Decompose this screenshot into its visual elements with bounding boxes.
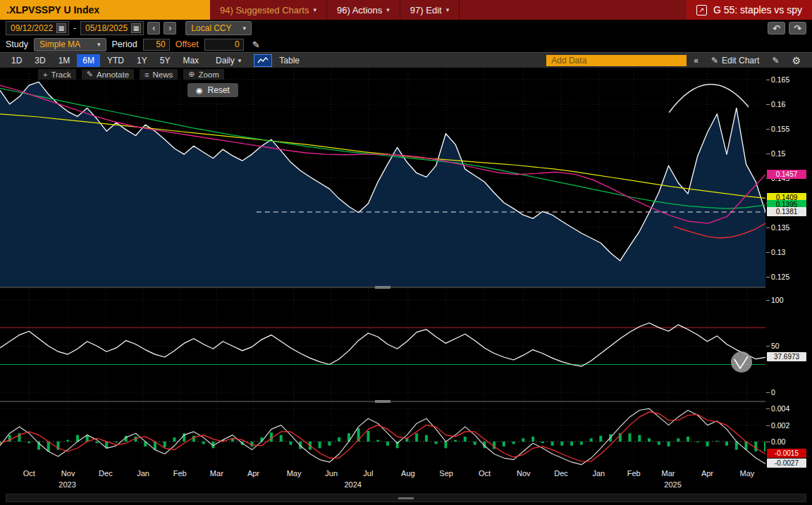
- track-button[interactable]: + Track: [38, 69, 76, 80]
- edit-chart-button[interactable]: ✎ Edit Chart: [706, 54, 765, 67]
- last-value-badge: 37.6973: [767, 352, 806, 361]
- add-data-input[interactable]: Add Data: [546, 55, 687, 66]
- panel-divider[interactable]: [0, 401, 765, 402]
- menu-suggested-charts-label: 94) Suggested Charts: [220, 5, 309, 15]
- range-button-max[interactable]: Max: [177, 54, 204, 67]
- period-input[interactable]: 50: [143, 39, 170, 51]
- menu-actions[interactable]: 96) Actions ▾: [327, 0, 400, 20]
- x-axis-month-label: Feb: [173, 469, 187, 478]
- title-bar: .XLPVSSPY U Index 94) Suggested Charts ▾…: [0, 0, 812, 20]
- bloomberg-chart-window: .XLPVSSPY U Index 94) Suggested Charts ▾…: [0, 0, 812, 505]
- study-handle-icon[interactable]: [731, 351, 752, 373]
- x-axis-year-label: 2023: [59, 480, 75, 489]
- chart-toolbar: 1D3D1M6MYTD1Y5YMax Daily ▾ Table Add Dat…: [0, 52, 812, 68]
- x-axis-month-label: Jan: [592, 469, 605, 478]
- price-panel[interactable]: [0, 68, 765, 287]
- x-axis-month-label: Dec: [554, 469, 568, 478]
- range-button-1m[interactable]: 1M: [53, 54, 76, 67]
- reset-button[interactable]: ◉ Reset: [187, 83, 238, 97]
- range-button-1y[interactable]: 1Y: [131, 54, 153, 67]
- offset-label: Offset: [176, 39, 199, 49]
- y-axis-tick-label: 50: [771, 342, 780, 350]
- line-chart-type-icon[interactable]: [254, 54, 272, 67]
- start-date-field[interactable]: 09/12/2022 ▦: [6, 21, 69, 35]
- currency-dropdown[interactable]: Local CCY ▾: [185, 21, 252, 35]
- chevron-down-icon: ▾: [242, 25, 246, 32]
- y-axis-tick-label: 0.155: [771, 125, 789, 133]
- offset-input[interactable]: 0: [204, 39, 244, 51]
- x-axis-month-label: Oct: [23, 469, 35, 478]
- scrollbar-handle[interactable]: [398, 497, 414, 499]
- next-range-button[interactable]: ›: [164, 22, 176, 35]
- x-axis-month-label: Aug: [401, 469, 415, 478]
- range-button-6m[interactable]: 6M: [77, 54, 100, 67]
- calendar-icon[interactable]: ▦: [56, 23, 66, 33]
- horizontal-scrollbar[interactable]: [6, 494, 806, 502]
- y-axis-tick-label: 0.13: [771, 248, 785, 256]
- x-axis-month-label: Sep: [439, 469, 453, 478]
- x-axis-month-label: Feb: [627, 469, 641, 478]
- rsi-panel[interactable]: [0, 289, 765, 401]
- menu-actions-label: 96) Actions: [337, 5, 382, 15]
- chevron-down-icon: ▾: [97, 41, 101, 48]
- chart-title-block: ↗ G 55: staples vs spy: [687, 0, 812, 20]
- x-axis-month-label: Oct: [479, 469, 491, 478]
- range-button-1d[interactable]: 1D: [6, 54, 27, 67]
- y-axis-tick-label: 0.165: [771, 75, 789, 84]
- news-icon: ≡: [144, 70, 149, 79]
- chevron-down-icon: ▾: [313, 6, 316, 13]
- table-button[interactable]: Table: [273, 54, 305, 67]
- range-buttons: 1D3D1M6MYTD1Y5YMax: [6, 54, 204, 67]
- x-axis-month-label: May: [740, 469, 755, 478]
- chart-overlay-toolbar: + Track ✎ Annotate ≡ News ⊕ Zoom: [38, 69, 224, 80]
- collapse-panel-button[interactable]: «: [688, 54, 704, 67]
- news-button[interactable]: ≡ News: [140, 69, 178, 80]
- x-axis-month-label: Jul: [363, 469, 373, 478]
- annotate-chart-icon[interactable]: ✎: [766, 54, 785, 67]
- x-axis-month-label: May: [287, 469, 302, 478]
- ticker-field[interactable]: .XLPVSSPY U Index: [0, 0, 210, 20]
- reset-icon: ◉: [196, 86, 203, 95]
- range-button-3d[interactable]: 3D: [29, 54, 51, 67]
- zoom-button[interactable]: ⊕ Zoom: [183, 69, 224, 80]
- range-button-ytd[interactable]: YTD: [102, 54, 130, 67]
- prev-range-button[interactable]: ‹: [147, 22, 160, 35]
- export-icon[interactable]: ↗: [696, 5, 707, 15]
- macd-panel[interactable]: [0, 403, 765, 466]
- panel-divider[interactable]: [0, 287, 765, 288]
- range-bar: 09/12/2022 ▦ - 05/18/2025 ▦ ‹ › Local CC…: [0, 20, 812, 37]
- x-axis-month-label: Dec: [99, 469, 113, 478]
- calendar-icon[interactable]: ▦: [131, 23, 141, 33]
- settings-gear-icon[interactable]: ⚙: [786, 54, 806, 68]
- date-range-separator: -: [73, 23, 77, 33]
- end-date-field[interactable]: 05/18/2025 ▦: [80, 21, 144, 35]
- y-axis-tick-label: 0: [771, 388, 775, 397]
- study-bar: Study Simple MA ▾ Period 50 Offset 0 ✎: [0, 37, 812, 52]
- last-value-badge: -0.0027: [767, 459, 806, 468]
- x-axis-year-label: 2024: [344, 480, 361, 489]
- y-axis-tick-label: 0.15: [771, 149, 785, 158]
- y-axis-tick-label: 100: [771, 296, 784, 304]
- zoom-icon: ⊕: [188, 70, 195, 79]
- frequency-dropdown[interactable]: Daily ▾: [210, 54, 247, 67]
- menu-edit-label: 97) Edit: [410, 5, 442, 15]
- x-axis-year-label: 2025: [664, 480, 681, 489]
- x-axis-month-label: Jan: [137, 469, 149, 478]
- x-axis-month-label: Apr: [701, 469, 713, 478]
- range-button-5y[interactable]: 5Y: [154, 54, 176, 67]
- y-axis-tick-label: 0.135: [771, 223, 789, 232]
- chevron-down-icon: ▾: [386, 6, 390, 13]
- redo-button[interactable]: ↷: [789, 22, 806, 35]
- annotate-pencil-icon: ✎: [87, 70, 93, 79]
- edit-study-icon[interactable]: ✎: [252, 39, 260, 50]
- y-axis-tick-label: 0.16: [771, 100, 785, 108]
- x-axis: OctNovDecJanFebMarAprMayJunJulAugSepOctN…: [0, 466, 765, 492]
- last-value-badge: 0.1457: [767, 170, 806, 179]
- x-axis-month-label: Jun: [325, 469, 338, 478]
- study-dropdown[interactable]: Simple MA ▾: [34, 38, 106, 51]
- right-axis: 0.1650.160.1550.150.1450.140.1350.130.12…: [765, 68, 812, 490]
- menu-suggested-charts[interactable]: 94) Suggested Charts ▾: [210, 0, 327, 20]
- annotate-button[interactable]: ✎ Annotate: [82, 69, 134, 80]
- menu-edit[interactable]: 97) Edit ▾: [400, 0, 460, 20]
- undo-button[interactable]: ↶: [768, 22, 785, 35]
